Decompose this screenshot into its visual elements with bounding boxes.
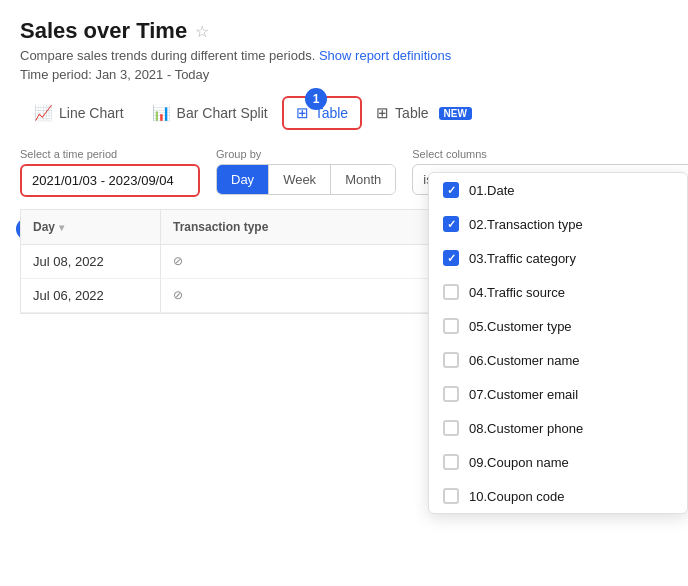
dropdown-item-label-03: 03.Traffic category — [469, 251, 576, 266]
dropdown-item-label-02: 02.Transaction type — [469, 217, 583, 232]
dropdown-item-label-09: 09.Coupon name — [469, 455, 569, 470]
dropdown-item-07[interactable]: 07.Customer email — [429, 377, 687, 411]
checkbox-10[interactable] — [443, 488, 459, 504]
dropdown-item-09[interactable]: 09.Coupon name — [429, 445, 687, 479]
checkbox-03[interactable] — [443, 250, 459, 266]
checkbox-02[interactable] — [443, 216, 459, 232]
dropdown-item-label-07: 07.Customer email — [469, 387, 578, 402]
report-definitions-link[interactable]: Show report definitions — [319, 48, 451, 63]
th-day: Day ▾ — [21, 210, 161, 244]
subtitle: Compare sales trends during different ti… — [20, 48, 668, 63]
checkbox-08[interactable] — [443, 420, 459, 436]
dropdown-item-label-06: 06.Customer name — [469, 353, 580, 368]
dropdown-item-04[interactable]: 04.Traffic source — [429, 275, 687, 309]
date-range-input[interactable]: 2021/01/03 - 2023/09/04 — [20, 164, 200, 197]
sort-icon-day[interactable]: ▾ — [59, 222, 64, 233]
new-badge: NEW — [439, 107, 472, 120]
tabs-row: 📈 Line Chart 📊 Bar Chart Split ⊞ Table ⊞… — [20, 96, 668, 130]
line-chart-icon: 📈 — [34, 104, 53, 122]
page-container: Sales over Time ☆ Compare sales trends d… — [0, 0, 688, 314]
group-by-buttons: Day Week Month — [216, 164, 396, 195]
checkbox-07[interactable] — [443, 386, 459, 402]
bar-chart-icon: 📊 — [152, 104, 171, 122]
group-by-group: Group by Day Week Month — [216, 148, 396, 195]
dropdown-item-08[interactable]: 08.Customer phone — [429, 411, 687, 445]
columns-label: Select columns — [412, 148, 688, 160]
dropdown-item-02[interactable]: 02.Transaction type — [429, 207, 687, 241]
tab-bar-chart-split[interactable]: 📊 Bar Chart Split — [138, 96, 282, 130]
dropdown-item-10[interactable]: 10.Coupon code — [429, 479, 687, 513]
columns-dropdown: 01.Date02.Transaction type03.Traffic cat… — [428, 172, 688, 514]
group-by-label: Group by — [216, 148, 396, 160]
dropdown-item-label-10: 10.Coupon code — [469, 489, 564, 504]
checkbox-06[interactable] — [443, 352, 459, 368]
time-period-text: Time period: Jan 3, 2021 - Today — [20, 67, 668, 82]
checkbox-01[interactable] — [443, 182, 459, 198]
dropdown-item-label-04: 04.Traffic source — [469, 285, 565, 300]
tab-table-new-label: Table — [395, 105, 428, 121]
checkbox-05[interactable] — [443, 318, 459, 334]
page-title: Sales over Time — [20, 18, 187, 44]
td-day-2: Jul 06, 2022 — [21, 279, 161, 312]
title-row: Sales over Time ☆ — [20, 18, 668, 44]
dropdown-item-label-01: 01.Date — [469, 183, 515, 198]
tab-bar-chart-label: Bar Chart Split — [177, 105, 268, 121]
td-day-1: Jul 08, 2022 — [21, 245, 161, 278]
dropdown-scroll[interactable]: 01.Date02.Transaction type03.Traffic cat… — [429, 173, 687, 513]
dropdown-item-01[interactable]: 01.Date — [429, 173, 687, 207]
time-period-label: Select a time period — [20, 148, 200, 160]
dropdown-item-06[interactable]: 06.Customer name — [429, 343, 687, 377]
group-btn-week[interactable]: Week — [269, 165, 331, 194]
tab-line-chart-label: Line Chart — [59, 105, 124, 121]
tab-table-new[interactable]: ⊞ Table NEW — [362, 96, 486, 130]
badge-1: 1 — [305, 88, 327, 110]
dropdown-item-03[interactable]: 03.Traffic category — [429, 241, 687, 275]
dropdown-item-label-08: 08.Customer phone — [469, 421, 583, 436]
checkbox-09[interactable] — [443, 454, 459, 470]
dropdown-item-label-05: 05.Customer type — [469, 319, 572, 334]
table-icon: ⊞ — [296, 104, 309, 122]
group-btn-day[interactable]: Day — [217, 165, 269, 194]
time-period-group: Select a time period 2021/01/03 - 2023/0… — [20, 148, 200, 197]
table-new-icon: ⊞ — [376, 104, 389, 122]
checkbox-04[interactable] — [443, 284, 459, 300]
dropdown-item-05[interactable]: 05.Customer type — [429, 309, 687, 343]
group-btn-month[interactable]: Month — [331, 165, 395, 194]
tab-line-chart[interactable]: 📈 Line Chart — [20, 96, 138, 130]
star-icon[interactable]: ☆ — [195, 22, 209, 41]
